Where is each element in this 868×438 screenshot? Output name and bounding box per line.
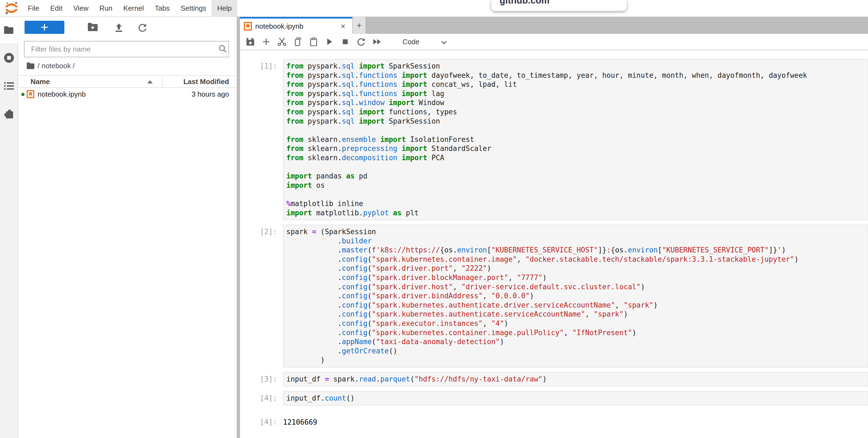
code-line: import pandas as pd [286,172,868,181]
notebook-tab-icon [244,22,252,31]
popup-text: github.com [500,0,550,6]
new-folder-icon [88,23,98,31]
sidebar-tab-file-browser[interactable] [0,17,18,43]
code-line: from pyspark.sql.functions import dayofw… [286,71,868,80]
sort-ascending-icon[interactable] [147,80,153,84]
notebook-file-icon [27,90,34,98]
jupyter-logo [4,1,19,15]
tab-title: notebook.ipynb [255,22,303,31]
menu-item-edit[interactable]: Edit [45,0,68,17]
restart-kernel-button[interactable] [357,37,365,46]
code-line: .config("spark.kubernetes.container.imag… [286,255,868,264]
tab-close-button[interactable]: × [338,21,348,31]
menu-item-kernel[interactable]: Kernel [118,0,149,17]
menu-item-run[interactable]: Run [94,0,118,17]
extensions-icon [4,109,14,119]
sidebar-tab-running[interactable] [0,52,18,63]
code-line: .config("spark.executor.instances", "4") [286,319,868,328]
cut-cells-button[interactable] [278,37,286,46]
code-line [286,126,868,135]
add-cell-button[interactable] [262,37,271,46]
code-cell[interactable]: [2]:spark = (SparkSession .builder .mast… [240,225,868,368]
code-line: from pyspark.sql.functions import concat… [286,80,868,89]
sidebar-tab-toc[interactable] [0,81,18,91]
cut-icon [278,37,286,46]
column-divider [162,76,162,87]
filter-files-input[interactable] [24,41,229,57]
refresh-button[interactable] [137,23,147,32]
panel-split-handle[interactable] [237,17,240,438]
restart-icon [357,37,365,46]
code-cell[interactable]: [3]:input_df = spark.read.parquet("hdfs:… [240,372,868,387]
stop-icon [341,37,350,46]
kernel-running-dot [21,93,25,96]
cell-output: [4]:12106669 [240,415,868,427]
code-cell[interactable]: [4]:input_df.count() [240,391,868,406]
menu-item-help[interactable]: Help [212,0,237,17]
left-sidebar [0,17,18,438]
jupyterlab-window: FileEditViewRunKernelTabsSettingsHelp gi… [0,0,868,438]
restart-run-all-button[interactable] [373,37,381,46]
run-icon [325,37,334,46]
folder-icon [4,26,13,34]
paste-cells-button[interactable] [309,37,318,46]
upload-button[interactable] [114,23,124,32]
breadcrumb[interactable]: / notebook / [27,61,75,70]
menu-item-tabs[interactable]: Tabs [149,0,175,17]
code-line: from sklearn.ensemble import IsolationFo… [286,135,868,144]
code-line: .config("spark.driver.host", "driver-ser… [286,283,868,292]
menu-bar: FileEditViewRunKernelTabsSettingsHelp [0,0,868,17]
code-line: .config("spark.kubernetes.authenticate.d… [286,301,868,310]
code-line [286,163,868,172]
interrupt-kernel-button[interactable] [341,37,350,46]
input-prompt: [1]: [240,59,277,220]
tab-notebook[interactable]: notebook.ipynb × [240,17,352,34]
column-header-modified[interactable]: Last Modified [183,78,229,86]
copy-cells-button[interactable] [293,37,302,46]
cell-editor[interactable]: spark = (SparkSession .builder .master(f… [283,225,868,368]
browser-popup: github.com [491,0,627,11]
upload-icon [115,23,123,32]
paste-icon [309,37,318,46]
running-kernels-icon [4,52,14,63]
code-line: from pyspark.sql.window import Window [286,98,868,108]
menu-item-file[interactable]: File [22,0,45,17]
new-tab-button[interactable]: + [353,17,365,34]
code-line: from pyspark.sql import functions, types [286,108,868,117]
notebook-toolbar: Code [240,34,868,50]
cell-editor[interactable]: from pyspark.sql import SparkSessionfrom… [283,59,868,220]
code-cell[interactable]: [1]:from pyspark.sql import SparkSession… [240,59,868,220]
new-launcher-button[interactable] [25,21,64,34]
code-line: spark = (SparkSession [286,227,868,237]
menu-item-view[interactable]: View [68,0,94,17]
code-line: .config("spark.kubernetes.authenticate.s… [286,310,868,319]
menu-items: FileEditViewRunKernelTabsSettingsHelp [22,0,237,17]
file-list-header: Name Last Modified [18,75,237,88]
code-line: .builder [286,237,868,246]
notebook-content[interactable]: [1]:from pyspark.sql import SparkSession… [240,50,868,438]
sidebar-tab-extensions[interactable] [0,109,18,119]
input-prompt: [3]: [240,372,277,387]
cell-editor[interactable]: input_df.count() [283,391,868,406]
tab-bar: notebook.ipynb × + [240,17,868,34]
code-line: .master(f'k8s://https://{os.environ["KUB… [286,245,868,255]
code-line: .config("spark.kubernetes.container.imag… [286,328,868,338]
refresh-icon [138,23,147,32]
code-line: from pyspark.sql import SparkSession [286,117,868,126]
cell-editor[interactable]: input_df = spark.read.parquet("hdfs://hd… [283,372,868,387]
file-row[interactable]: notebook.ipynb 3 hours ago [18,88,237,101]
input-prompt: [2]: [240,225,277,368]
new-folder-button[interactable] [88,23,98,32]
code-line: input_df.count() [286,394,868,403]
cell-type-dropdown[interactable]: Code [399,37,423,47]
chevron-down-icon[interactable] [441,37,447,47]
run-cell-button[interactable] [325,37,334,46]
code-line: %matplotlib inline [286,199,868,208]
save-button[interactable] [246,37,255,46]
fast-forward-icon [373,37,381,46]
menu-item-settings[interactable]: Settings [175,0,212,17]
output-value: 12106669 [283,415,317,427]
search-icon [219,45,227,53]
copy-icon [293,37,302,46]
column-header-name[interactable]: Name [31,78,50,86]
